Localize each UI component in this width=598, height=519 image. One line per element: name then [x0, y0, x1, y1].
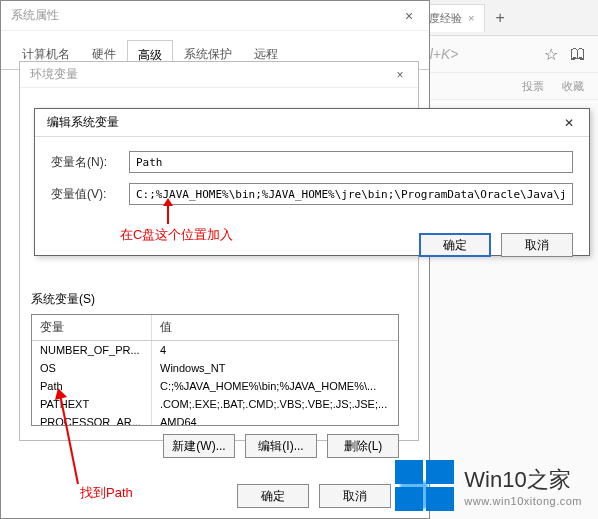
varname-label: 变量名(N):	[51, 154, 129, 171]
table-row[interactable]: OSWindows_NT	[32, 359, 398, 377]
watermark-logo: Win10之家 www.win10xitong.com	[395, 460, 582, 511]
table-row[interactable]: NUMBER_OF_PR...4	[32, 341, 398, 359]
logo-text: Win10之家	[464, 465, 582, 495]
sub-vote[interactable]: 投票	[522, 79, 544, 94]
close-icon[interactable]: ×	[382, 62, 418, 88]
col-value[interactable]: 值	[152, 315, 398, 340]
windows-icon	[395, 460, 454, 511]
close-icon[interactable]: ✕	[549, 109, 589, 137]
close-icon[interactable]: ×	[389, 1, 429, 31]
edit-title: 编辑系统变量	[47, 114, 119, 131]
sysprops-titlebar: 系统属性 ×	[1, 1, 429, 31]
sysvars-listbox[interactable]: 变量 值 NUMBER_OF_PR...4 OSWindows_NT PathC…	[31, 314, 399, 426]
sub-fav[interactable]: 收藏	[562, 79, 584, 94]
edit-button[interactable]: 编辑(I)...	[245, 434, 317, 458]
table-row[interactable]: PATHEXT.COM;.EXE;.BAT;.CMD;.VBS;.VBE;.JS…	[32, 395, 398, 413]
table-row[interactable]: PathC:;%JAVA_HOME%\bin;%JAVA_HOME%\...	[32, 377, 398, 395]
col-name[interactable]: 变量	[32, 315, 152, 340]
ok-button[interactable]: 确定	[237, 484, 309, 508]
sysvars-label: 系统变量(S)	[31, 291, 399, 308]
sysprops-title: 系统属性	[11, 7, 59, 24]
logo-url: www.win10xitong.com	[464, 495, 582, 507]
ok-button[interactable]: 确定	[419, 233, 491, 257]
env-bottom-buttons: 确定 取消	[237, 484, 391, 508]
delete-button[interactable]: 删除(L)	[327, 434, 399, 458]
varvalue-label: 变量值(V):	[51, 186, 129, 203]
varvalue-input[interactable]	[129, 183, 573, 205]
system-variables-section: 系统变量(S) 变量 值 NUMBER_OF_PR...4 OSWindows_…	[31, 291, 399, 458]
star-icon[interactable]: ☆	[544, 45, 558, 64]
sysvars-buttons: 新建(W)... 编辑(I)... 删除(L)	[31, 434, 399, 458]
env-titlebar: 环境变量 ×	[20, 62, 418, 88]
env-title: 环境变量	[30, 66, 78, 83]
edit-variable-dialog: 编辑系统变量 ✕ 变量名(N): 变量值(V): 确定 取消	[34, 108, 590, 256]
cancel-button[interactable]: 取消	[319, 484, 391, 508]
bookmark-icon[interactable]: 🕮	[570, 45, 586, 63]
table-row[interactable]: PROCESSOR_AR...AMD64	[32, 413, 398, 426]
new-tab-button[interactable]: +	[485, 9, 514, 27]
sysvars-header: 变量 值	[32, 315, 398, 341]
new-button[interactable]: 新建(W)...	[163, 434, 235, 458]
close-icon[interactable]: ×	[468, 12, 474, 24]
varname-input[interactable]	[129, 151, 573, 173]
cancel-button[interactable]: 取消	[501, 233, 573, 257]
edit-titlebar: 编辑系统变量 ✕	[35, 109, 589, 137]
